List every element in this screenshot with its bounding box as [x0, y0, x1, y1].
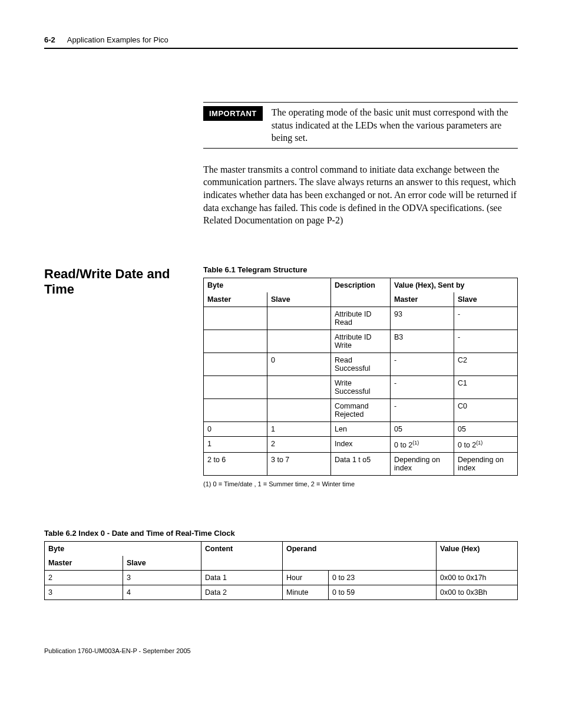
table-row: 2 3 Data 1 Hour 0 to 23 0x00 to 0x17h: [45, 570, 518, 585]
th-content: Content: [201, 541, 283, 570]
cell-vm: -: [391, 375, 454, 398]
page-number: 6-2: [44, 35, 55, 44]
th-byte: Byte: [204, 278, 331, 292]
cell-operand-name: Hour: [283, 570, 329, 585]
cell-vs: C2: [454, 353, 518, 375]
cell-vs: C1: [454, 375, 518, 398]
section-read-write: Read/Write Date and Time Table 6.1 Teleg…: [44, 265, 518, 487]
cell-master: [204, 398, 267, 421]
table-row: Write Successful - C1: [204, 375, 518, 398]
cell-content: Data 2: [201, 585, 283, 599]
section-heading: Read/Write Date and Time: [44, 266, 203, 297]
cell-slave: 3: [123, 570, 201, 585]
cell-vm: Depending on index: [391, 452, 454, 475]
cell-slave: 0: [267, 353, 331, 375]
cell-slave: 1: [267, 421, 331, 436]
cell-master: 3: [45, 585, 123, 599]
cell-vm: 93: [391, 307, 454, 330]
cell-slave: 2: [267, 436, 331, 452]
table-telegram-structure: Byte Description Value (Hex), Sent by Ma…: [203, 278, 518, 476]
important-callout: IMPORTANT The operating mode of the basi…: [203, 102, 518, 149]
cell-vs: -: [454, 330, 518, 353]
cell-slave: 3 to 7: [267, 452, 331, 475]
cell-master: 0: [204, 421, 267, 436]
cell-vs: 05: [454, 421, 518, 436]
cell-desc: Read Successful: [331, 353, 391, 375]
cell-slave: [267, 398, 331, 421]
important-and-body-block: IMPORTANT The operating mode of the basi…: [44, 102, 518, 227]
cell-desc: Write Successful: [331, 375, 391, 398]
cell-vm: B3: [391, 330, 454, 353]
cell-slave: [267, 307, 331, 330]
page-header: 6-2 Application Examples for Pico: [44, 35, 518, 49]
cell-master: 2 to 6: [204, 452, 267, 475]
publication-footer: Publication 1760-UM003A-EN-P - September…: [44, 647, 518, 654]
important-label: IMPORTANT: [203, 106, 263, 121]
cell-desc: Len: [331, 421, 391, 436]
cell-content: Data 1: [201, 570, 283, 585]
cell-desc: Attribute ID Read: [331, 307, 391, 330]
table1-footnote: (1) 0 = Time/date , 1 = Summer time, 2 =…: [203, 480, 518, 487]
cell-vs: 0 to 2(1): [454, 436, 518, 452]
chapter-title: Application Examples for Pico: [67, 35, 168, 44]
table-row: Command Rejected - C0: [204, 398, 518, 421]
table1-caption: Table 6.1 Telegram Structure: [203, 265, 518, 274]
cell-vm: 0 to 2(1): [391, 436, 454, 452]
table-row: 3 4 Data 2 Minute 0 to 59 0x00 to 0x3Bh: [45, 585, 518, 599]
table-row: Attribute ID Read 93 -: [204, 307, 518, 330]
th-description: Description: [331, 278, 391, 307]
cell-slave: 4: [123, 585, 201, 599]
cell-desc: Attribute ID Write: [331, 330, 391, 353]
cell-master: 2: [45, 570, 123, 585]
table-row: Attribute ID Write B3 -: [204, 330, 518, 353]
th-master: Master: [45, 556, 123, 571]
th-value: Value (Hex): [437, 541, 518, 570]
table2-block: Table 6.2 Index 0 - Date and Time of Rea…: [44, 529, 518, 600]
th-operand: Operand: [283, 541, 437, 570]
th-value-master: Master: [391, 292, 454, 307]
cell-slave: [267, 330, 331, 353]
cell-vs: -: [454, 307, 518, 330]
cell-master: [204, 330, 267, 353]
cell-master: 1: [204, 436, 267, 452]
table-row: 1 2 Index 0 to 2(1) 0 to 2(1): [204, 436, 518, 452]
table-row: 0 Read Successful - C2: [204, 353, 518, 375]
important-text: The operating mode of the basic unit mus…: [272, 106, 518, 144]
cell-vs: C0: [454, 398, 518, 421]
cell-vm: 05: [391, 421, 454, 436]
table2-caption: Table 6.2 Index 0 - Date and Time of Rea…: [44, 529, 518, 538]
cell-master: [204, 375, 267, 398]
cell-vm: -: [391, 353, 454, 375]
th-value-slave: Slave: [454, 292, 518, 307]
cell-vm: -: [391, 398, 454, 421]
cell-desc: Index: [331, 436, 391, 452]
th-value: Value (Hex), Sent by: [391, 278, 518, 292]
cell-master: [204, 307, 267, 330]
th-master: Master: [204, 292, 267, 307]
cell-operand-range: 0 to 59: [329, 585, 437, 599]
table-row: 2 to 6 3 to 7 Data 1 t o5 Depending on i…: [204, 452, 518, 475]
body-paragraph: The master transmits a control command t…: [203, 163, 518, 227]
cell-operand-range: 0 to 23: [329, 570, 437, 585]
cell-desc: Data 1 t o5: [331, 452, 391, 475]
cell-slave: [267, 375, 331, 398]
th-slave: Slave: [123, 556, 201, 571]
th-slave: Slave: [267, 292, 331, 307]
cell-master: [204, 353, 267, 375]
cell-vs: Depending on index: [454, 452, 518, 475]
cell-operand-name: Minute: [283, 585, 329, 599]
table-row: 0 1 Len 05 05: [204, 421, 518, 436]
cell-desc: Command Rejected: [331, 398, 391, 421]
cell-value: 0x00 to 0x3Bh: [437, 585, 518, 599]
th-byte: Byte: [45, 541, 201, 556]
cell-value: 0x00 to 0x17h: [437, 570, 518, 585]
table-index0: Byte Content Operand Value (Hex) Master …: [44, 541, 518, 600]
